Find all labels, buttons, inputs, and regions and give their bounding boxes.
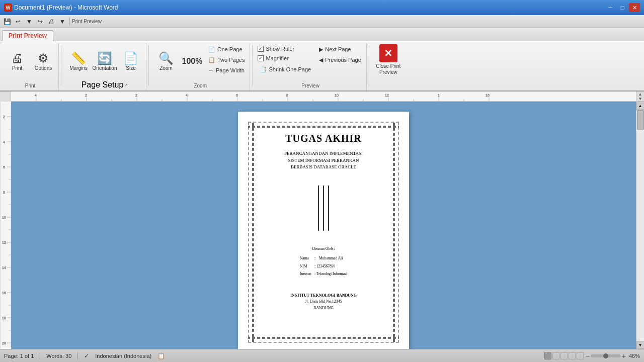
info-name-label: Nama [299,255,312,262]
zoom-group-label: Zoom [154,82,247,89]
options-button[interactable]: ⚙ Options [31,44,55,78]
zoom-value-display: 100% [182,57,203,66]
page-setup-expand-icon[interactable]: ↗ [124,83,128,87]
shrink-one-page-button[interactable]: 📑 Shrink One Page [258,64,313,74]
page-wrapper: TUGAS AKHIR PERANCANGANDAN IMPLEMENTASI … [238,112,409,349]
preview-nav-btns: ▶ Next Page ◀ Previous Page [317,44,363,65]
svg-text:1: 1 [438,94,440,97]
size-button[interactable]: 📄 Size [119,44,143,78]
page-width-button[interactable]: ↔ Page Width [206,65,247,75]
ribbon: 🖨 Print ⚙ Options Print 📏 Margins 🔄 Orie… [0,41,644,92]
show-ruler-check-icon: ✓ [258,46,264,52]
info-nim-value: : 1234567890 [313,263,348,270]
footer-line3: BANDUNG [290,305,357,312]
decorative-line-2 [323,186,324,231]
status-left: Page: 1 of 1 Words: 30 ✓ Indonesian (Ind… [4,352,165,359]
title-bar-title: Document1 (Preview) - Microsoft Word [14,4,118,11]
print-group-label: Print [5,82,55,89]
vertical-scrollbar[interactable]: ▲ ▼ [636,102,644,349]
zoom-icon: 🔍 [158,52,174,64]
document-area[interactable]: TUGAS AKHIR PERANCANGANDAN IMPLEMENTASI … [11,102,636,349]
ribbon-divider-4 [369,45,369,85]
status-sep-2 [77,352,78,359]
two-pages-icon: 📋 [208,57,215,63]
draft-btn[interactable] [577,352,584,359]
scroll-down-button[interactable]: ▼ [636,341,645,349]
svg-text:4: 4 [3,140,5,144]
svg-text:6: 6 [3,165,5,169]
ribbon-divider-3 [252,45,253,85]
show-ruler-checkbox[interactable]: ✓ Show Ruler [258,44,313,53]
ribbon-group-close: ✕ Close Print Preview [371,43,406,90]
qat-label: Print Preview [72,19,102,24]
undo-arrow-button[interactable]: ▼ [24,17,34,27]
svg-text:16: 16 [2,291,6,295]
preview-group-label: Preview [258,82,363,89]
close-content: ✕ Close Print Preview [374,44,403,89]
one-page-icon: 📄 [208,46,215,53]
magnifier-check-icon: ✓ [258,55,264,61]
print-qat-button[interactable]: 🖨 [46,17,56,27]
tab-print-preview[interactable]: Print Preview [2,30,53,41]
info-nim-label: NIM [299,263,312,270]
orientation-button[interactable]: 🔄 Orientation [93,44,117,78]
size-label: Size [126,65,135,71]
magnifier-label: Magnifier [266,55,288,61]
two-pages-label: Two Pages [217,57,245,63]
words-status: Words: 30 [46,353,71,359]
info-table: Nama : Muhammad Ali NIM : 1234567890 Jur… [298,254,349,279]
shrink-icon: 📑 [260,66,267,73]
main-area: 2 4 6 8 10 12 14 16 18 20 [0,102,644,349]
ribbon-group-print: 🖨 Print ⚙ Options Print [2,43,59,90]
minimize-button[interactable]: ─ [605,3,616,12]
zoom-value-button[interactable]: 100% [180,44,204,78]
one-page-button[interactable]: 📄 One Page [206,44,247,54]
svg-text:8: 8 [286,94,288,97]
ruler-right-btns: ▲ ▼ [636,92,644,101]
prev-page-button[interactable]: ◀ Previous Page [317,55,363,65]
close-print-preview-button[interactable]: ✕ Close Print Preview [374,44,403,75]
show-ruler-label: Show Ruler [266,46,294,52]
horizontal-ruler: 4 2 2 4 6 8 10 12 1 16 [11,92,636,101]
svg-text:12: 12 [2,241,6,244]
title-bar-controls[interactable]: ─ □ ✕ [605,3,640,12]
outline-btn[interactable] [569,352,576,359]
svg-text:16: 16 [486,94,490,97]
save-qat-button[interactable]: 💾 [2,17,12,27]
maximize-button[interactable]: □ [617,3,628,12]
zoom-slider[interactable] [591,354,621,357]
zoom-minus-btn[interactable]: − [586,352,590,360]
margins-button[interactable]: 📏 Margins [66,44,91,78]
zoom-button[interactable]: 🔍 Zoom [154,44,178,78]
qat-separator [69,18,70,26]
margins-label: Margins [69,65,88,71]
customize-qat-button[interactable]: ▼ [57,17,67,27]
svg-text:14: 14 [2,266,6,269]
preview-checkboxes: ✓ Show Ruler ✓ Magnifier 📑 Shrink One Pa… [258,44,313,74]
ribbon-group-zoom: 🔍 Zoom 100% 📄 One Page 📋 Two Pages ↔ Pag… [151,43,250,90]
print-button[interactable]: 🖨 Print [5,44,29,78]
svg-text:6: 6 [236,94,238,97]
scroll-up-button[interactable]: ▲ [636,102,645,110]
two-pages-button[interactable]: 📋 Two Pages [206,55,247,65]
magnifier-checkbox[interactable]: ✓ Magnifier [258,54,313,63]
ruler-right-icon: ▲ [638,92,642,97]
print-layout-btn[interactable] [544,352,551,359]
undo-qat-button[interactable]: ↩ [13,17,23,27]
scroll-thumb[interactable] [637,110,644,130]
close-button[interactable]: ✕ [629,3,640,12]
status-sep-1 [40,352,40,359]
print-label: Print [12,65,23,71]
web-layout-btn[interactable] [560,352,568,359]
fullscreen-btn[interactable] [552,352,559,359]
prev-page-icon: ◀ [319,57,323,63]
info-jurusan-row: Jurusan : Teknologi Informasi [299,270,348,278]
zoom-plus-btn[interactable]: + [622,352,626,360]
orientation-icon: 🔄 [97,52,112,64]
language-status: Indonesian (Indonesia) [95,353,151,359]
page-setup-content: 📏 Margins 🔄 Orientation 📄 Size [66,44,143,80]
info-name-row: Nama : Muhammad Ali [299,255,348,262]
page-image-area [318,183,329,233]
next-page-button[interactable]: ▶ Next Page [317,44,363,54]
redo-qat-button[interactable]: ↪ [35,17,45,27]
